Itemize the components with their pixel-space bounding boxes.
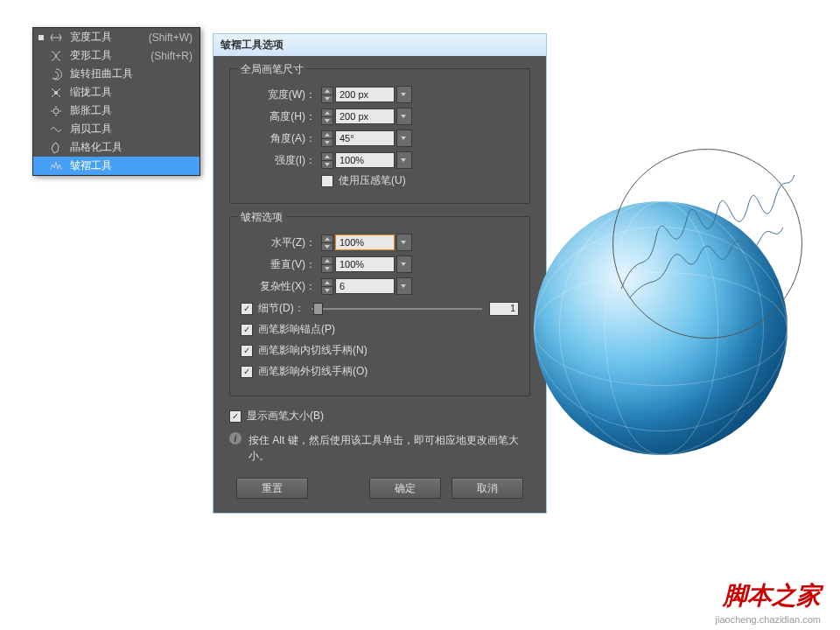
tool-item-crystal[interactable]: 晶格化工具 — [33, 138, 200, 157]
width-step-down[interactable] — [321, 94, 333, 103]
tool-shortcut: (Shift+R) — [150, 50, 192, 62]
tool-label: 旋转扭曲工具 — [70, 66, 192, 81]
warp-icon — [49, 49, 63, 63]
complex-input[interactable] — [335, 278, 395, 294]
tip: i 按住 Alt 键，然后使用该工具单击，即可相应地更改画笔大小。 — [229, 432, 530, 464]
height-input[interactable] — [335, 108, 395, 124]
tool-item-warp[interactable]: 变形工具(Shift+R) — [33, 46, 200, 65]
twirl-icon — [49, 67, 63, 81]
tool-item-scallop[interactable]: 扇贝工具 — [33, 120, 200, 138]
intan-checkbox[interactable] — [241, 345, 253, 357]
complex-dropdown[interactable] — [396, 277, 412, 295]
tip-text: 按住 Alt 键，然后使用该工具单击，即可相应地更改画笔大小。 — [248, 432, 530, 464]
height-step-down[interactable] — [321, 116, 333, 125]
vert-input[interactable] — [335, 256, 395, 272]
group-label: 全局画笔尺寸 — [237, 62, 307, 77]
tool-label: 变形工具 — [70, 48, 150, 63]
pucker-icon — [49, 86, 63, 100]
tool-item-pucker[interactable]: 缩拢工具 — [33, 83, 200, 102]
angle-dropdown[interactable] — [396, 130, 412, 147]
horiz-input[interactable] — [335, 234, 395, 250]
horiz-label: 水平(Z)： — [241, 235, 316, 250]
outtan-checkbox[interactable] — [241, 366, 253, 378]
intensity-dropdown[interactable] — [396, 151, 412, 169]
angle-input[interactable] — [335, 130, 395, 146]
detail-slider[interactable] — [312, 308, 482, 310]
intan-label: 画笔影响内切线手柄(N) — [258, 343, 368, 358]
intensity-label: 强度(I)： — [241, 153, 316, 168]
ok-button[interactable]: 确定 — [369, 478, 441, 499]
angle-step-up[interactable] — [321, 130, 333, 138]
scallop-icon — [49, 122, 63, 136]
tool-item-bloat[interactable]: 膨胀工具 — [33, 102, 200, 120]
info-icon: i — [229, 432, 242, 444]
intensity-input[interactable] — [335, 152, 395, 168]
vert-label: 垂直(V)： — [241, 257, 316, 272]
intensity-step-down[interactable] — [321, 160, 333, 169]
width-step-up[interactable] — [321, 87, 333, 94]
intensity-step-up[interactable] — [321, 152, 333, 160]
tool-label: 膨胀工具 — [70, 103, 192, 118]
group-label: 皱褶选项 — [237, 210, 286, 225]
angle-step-down[interactable] — [321, 138, 333, 147]
tool-item-twirl[interactable]: 旋转扭曲工具 — [33, 65, 200, 83]
tool-label: 扇贝工具 — [70, 122, 192, 136]
showbrush-label: 显示画笔大小(B) — [247, 409, 324, 424]
anchor-checkbox[interactable] — [241, 324, 253, 336]
dialog-title: 皱褶工具选项 — [214, 34, 546, 56]
selected-marker — [38, 35, 44, 40]
complex-step-down[interactable] — [321, 286, 333, 295]
outtan-label: 画笔影响外切线手柄(O) — [258, 364, 368, 379]
tool-label: 缩拢工具 — [70, 85, 192, 100]
watermark: 脚本之家 — [723, 579, 821, 612]
tool-item-width[interactable]: 宽度工具(Shift+W) — [33, 28, 200, 46]
canvas-artwork — [534, 149, 805, 472]
wrinkle-options-group: 皱褶选项 水平(Z)：垂直(V)：复杂性(X)： 细节(D)： 1 画笔影响锚点… — [229, 216, 530, 396]
tool-palette: 宽度工具(Shift+W)变形工具(Shift+R)旋转扭曲工具缩拢工具膨胀工具… — [32, 27, 200, 176]
global-brush-group: 全局画笔尺寸 宽度(W)：高度(H)：角度(A)：强度(I)： 使用压感笔(U) — [229, 68, 530, 204]
complex-step-up[interactable] — [321, 278, 333, 286]
tool-label: 皱褶工具 — [70, 158, 192, 173]
pressure-label: 使用压感笔(U) — [339, 173, 406, 188]
horiz-step-up[interactable] — [321, 234, 333, 242]
crystal-icon — [49, 141, 63, 155]
watermark-sub: jiaocheng.chazidian.com — [716, 614, 821, 625]
complex-label: 复杂性(X)： — [241, 279, 316, 294]
width-dropdown[interactable] — [396, 86, 412, 103]
height-label: 高度(H)： — [241, 109, 316, 124]
horiz-step-down[interactable] — [321, 242, 333, 251]
cancel-button[interactable]: 取消 — [452, 478, 523, 499]
pressure-checkbox[interactable] — [321, 175, 333, 187]
height-dropdown[interactable] — [396, 108, 412, 125]
width-label: 宽度(W)： — [241, 88, 316, 102]
tool-item-wrinkle[interactable]: 皱褶工具 — [33, 157, 200, 175]
horiz-dropdown[interactable] — [396, 234, 412, 251]
wrinkle-path — [604, 158, 805, 332]
anchor-label: 画笔影响锚点(P) — [258, 322, 335, 337]
bloat-icon — [49, 104, 63, 118]
wrinkle-tool-options-dialog: 皱褶工具选项 全局画笔尺寸 宽度(W)：高度(H)：角度(A)：强度(I)： 使… — [213, 33, 547, 514]
showbrush-checkbox[interactable] — [229, 410, 242, 423]
tool-shortcut: (Shift+W) — [149, 32, 192, 44]
vert-step-up[interactable] — [321, 256, 333, 264]
detail-value[interactable]: 1 — [489, 302, 519, 316]
vert-step-down[interactable] — [321, 264, 333, 273]
vert-dropdown[interactable] — [396, 256, 412, 273]
detail-label: 细节(D)： — [258, 301, 304, 316]
tool-label: 宽度工具 — [70, 30, 149, 45]
detail-checkbox[interactable] — [241, 303, 253, 315]
slider-handle[interactable] — [313, 303, 323, 315]
reset-button[interactable]: 重置 — [236, 478, 308, 499]
wrinkle-icon — [49, 159, 63, 173]
width-icon — [49, 31, 63, 45]
width-input[interactable] — [335, 87, 395, 102]
tool-label: 晶格化工具 — [70, 140, 192, 155]
angle-label: 角度(A)： — [241, 131, 316, 146]
height-step-up[interactable] — [321, 108, 333, 116]
